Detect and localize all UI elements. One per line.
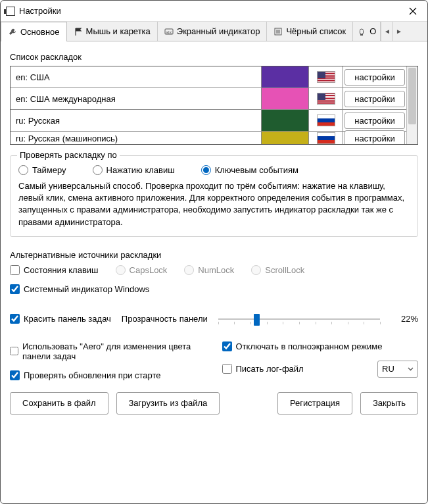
opacity-value: 22%: [391, 314, 418, 324]
layout-row: en: США международнаянастройки: [11, 88, 406, 110]
radio-num-label: NumLock: [198, 265, 234, 275]
wrench-icon: [8, 28, 17, 37]
radio-scroll-label: ScrollLock: [265, 265, 304, 275]
tab-about[interactable]: О: [353, 22, 381, 41]
chevron-down-icon: [408, 367, 414, 371]
radio-num: NumLock: [184, 265, 234, 275]
tab-scroll-right[interactable]: ►: [392, 22, 404, 41]
footer: Сохранить в файл Загрузить из файла Реги…: [10, 392, 418, 415]
check-group-title: Проверять раскладку по: [17, 150, 120, 160]
check-keystate[interactable]: Состояния клавиш: [10, 265, 99, 275]
layouts-header: Список раскладок: [10, 52, 418, 62]
window-title: Настройки: [19, 6, 398, 16]
close-button[interactable]: Закрыть: [360, 392, 418, 415]
osd-icon: abc: [164, 27, 174, 36]
load-from-file-button[interactable]: Загрузить из файла: [116, 392, 220, 415]
check-fullscreen-label: Отключать в полноэкранном режиме: [236, 341, 383, 351]
about-icon: [357, 27, 366, 36]
layout-name: en: США международная: [11, 88, 262, 109]
layouts-list: en: СШАнастройкиen: США международнаянас…: [10, 66, 418, 145]
check-colorize-taskbar[interactable]: Красить панель задач: [10, 314, 111, 324]
layout-name: ru: Русская: [11, 110, 262, 131]
content: Список раскладок en: СШАнастройкиen: США…: [1, 41, 427, 424]
layout-row: ru: Русскаянастройки: [11, 110, 406, 132]
layout-flag: [309, 110, 343, 131]
tab-mouse[interactable]: Мышь и каретка: [67, 22, 158, 41]
close-window-button[interactable]: [398, 1, 427, 22]
layout-flag: [309, 66, 343, 88]
radio-timer-label: Таймеру: [32, 165, 66, 175]
tab-blacklist[interactable]: Чёрный список: [267, 22, 353, 41]
check-updates-label: Проверять обновления при старте: [24, 370, 161, 380]
misc-options: Использовать "Aero" для изменения цвета …: [10, 341, 418, 380]
list-icon: [273, 27, 283, 36]
slider-thumb[interactable]: [254, 314, 260, 326]
tab-main[interactable]: Основное: [1, 22, 67, 41]
check-aero[interactable]: Использовать "Aero" для изменения цвета …: [10, 341, 206, 361]
layout-settings-button[interactable]: настройки: [345, 69, 405, 86]
layout-settings-button[interactable]: настройки: [345, 113, 405, 129]
tab-scroll-left[interactable]: ◄: [381, 22, 392, 41]
layout-flag: [309, 88, 343, 109]
radio-caps: CapsLock: [116, 265, 168, 275]
ui-language-select[interactable]: RU: [377, 361, 418, 378]
check-sysind[interactable]: Системный индикатор Windows: [10, 284, 149, 294]
radio-events[interactable]: Ключевым событиям: [201, 165, 298, 175]
tabbar: Основное Мышь и каретка abc Экранный инд…: [1, 22, 427, 41]
check-group: Проверять раскладку по Таймеру Нажатию к…: [10, 155, 418, 237]
tab-blacklist-label: Чёрный список: [286, 26, 346, 36]
layout-color-swatch: [262, 132, 309, 144]
radio-events-label: Ключевым событиям: [215, 165, 298, 175]
register-button[interactable]: Регистрация: [277, 392, 352, 415]
alt-sources: Альтернативные источники раскладки Состо…: [10, 250, 418, 294]
check-updates[interactable]: Проверять обновления при старте: [10, 370, 206, 380]
titlebar: Настройки: [1, 1, 427, 22]
layout-settings-button[interactable]: настройки: [345, 91, 405, 107]
check-desc: Самый универсальный способ. Проверка про…: [18, 180, 410, 228]
layout-settings-button[interactable]: настройки: [345, 130, 405, 145]
radio-timer[interactable]: Таймеру: [18, 165, 66, 175]
layout-color-swatch: [262, 66, 309, 88]
layout-row: en: СШАнастройки: [11, 66, 406, 88]
check-fullscreen[interactable]: Отключать в полноэкранном режиме: [222, 341, 419, 351]
check-logfile-label: Писать лог-файл: [236, 364, 304, 374]
layout-color-swatch: [262, 88, 309, 109]
check-keystate-label: Состояния клавиш: [24, 265, 99, 275]
scrollbar-thumb[interactable]: [408, 68, 416, 124]
tab-osd[interactable]: abc Экранный индикатор: [158, 22, 268, 41]
alt-sources-title: Альтернативные источники раскладки: [10, 250, 418, 260]
save-to-file-button[interactable]: Сохранить в файл: [10, 392, 108, 415]
layout-flag: [309, 132, 343, 144]
layout-row: ru: Русская (машинопись)настройки: [11, 132, 406, 144]
tab-about-label: О: [369, 26, 376, 36]
taskbar-row: Красить панель задач Прозрачность панели…: [10, 313, 418, 326]
radio-keypress-label: Нажатию клавиш: [107, 165, 175, 175]
check-colorize-label: Красить панель задач: [24, 314, 111, 324]
check-aero-label: Использовать "Aero" для изменения цвета …: [22, 341, 206, 361]
ui-language-value: RU: [382, 364, 394, 374]
radio-scroll: ScrollLock: [251, 265, 304, 275]
tab-mouse-label: Мышь и каретка: [86, 26, 151, 36]
radio-keypress[interactable]: Нажатию клавиш: [93, 165, 175, 175]
tab-osd-label: Экранный индикатор: [177, 26, 260, 36]
layouts-scrollbar[interactable]: [406, 66, 417, 144]
layout-name: ru: Русская (машинопись): [11, 132, 262, 144]
layout-color-swatch: [262, 110, 309, 131]
layout-name: en: США: [11, 66, 262, 88]
app-flag-icon: [6, 7, 15, 16]
flag-icon: [74, 27, 83, 36]
radio-caps-label: CapsLock: [130, 265, 168, 275]
check-sysind-label: Системный индикатор Windows: [24, 284, 149, 294]
opacity-slider[interactable]: [218, 313, 380, 326]
check-logfile[interactable]: Писать лог-файл: [222, 364, 304, 374]
svg-rect-3: [360, 34, 363, 36]
tab-main-label: Основное: [20, 27, 60, 37]
close-icon: [409, 7, 417, 15]
svg-text:abc: abc: [166, 30, 172, 34]
opacity-label: Прозрачность панели: [122, 314, 208, 324]
